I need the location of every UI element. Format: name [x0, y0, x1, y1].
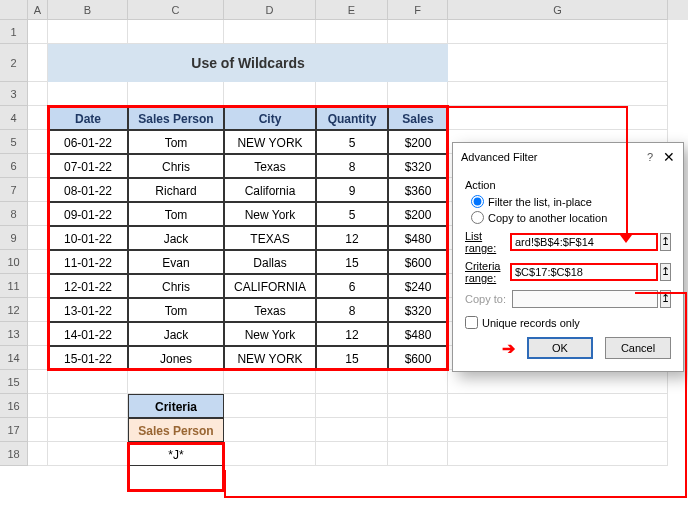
col-header-E[interactable]: E — [316, 0, 388, 20]
table-header-city: City — [224, 106, 316, 130]
connector-line — [224, 496, 687, 498]
cancel-button[interactable]: Cancel — [605, 337, 671, 359]
table-header-date: Date — [48, 106, 128, 130]
close-icon[interactable]: ✕ — [663, 149, 675, 165]
row-header-7[interactable]: 7 — [0, 178, 28, 202]
radio-copy-location-input[interactable] — [471, 211, 484, 224]
list-range-input[interactable] — [510, 233, 658, 251]
criteria-label: Criteria — [128, 394, 224, 418]
row-header-5[interactable]: 5 — [0, 130, 28, 154]
help-icon[interactable]: ? — [647, 151, 653, 163]
column-headers: A B C D E F G — [0, 0, 688, 20]
ok-button[interactable]: OK — [527, 337, 593, 359]
row-header-13[interactable]: 13 — [0, 322, 28, 346]
radio-filter-inplace[interactable]: Filter the list, in-place — [471, 195, 671, 208]
row-header-16[interactable]: 16 — [0, 394, 28, 418]
advanced-filter-dialog: Advanced Filter ? ✕ Action Filter the li… — [452, 142, 684, 372]
col-header-D[interactable]: D — [224, 0, 316, 20]
connector-line — [224, 470, 226, 496]
unique-records-checkbox[interactable]: Unique records only — [465, 316, 671, 329]
criteria-range-picker-icon[interactable]: ↥ — [660, 263, 671, 281]
row-header-15[interactable]: 15 — [0, 370, 28, 394]
row-header-14[interactable]: 14 — [0, 346, 28, 370]
criteria-header: Sales Person — [128, 418, 224, 442]
list-range-picker-icon[interactable]: ↥ — [660, 233, 671, 251]
arrow-right-icon: ➔ — [502, 339, 515, 358]
row-header-9[interactable]: 9 — [0, 226, 28, 250]
col-header-A[interactable]: A — [28, 0, 48, 20]
row-header-2[interactable]: 2 — [0, 44, 28, 82]
criteria-range-label: Criteria range: — [465, 260, 510, 284]
action-group-label: Action — [465, 179, 671, 191]
sheet-title: Use of Wildcards — [48, 44, 448, 82]
row-header-3[interactable]: 3 — [0, 82, 28, 106]
unique-records-input[interactable] — [465, 316, 478, 329]
radio-copy-location[interactable]: Copy to another location — [471, 211, 671, 224]
col-header-C[interactable]: C — [128, 0, 224, 20]
row-header-4[interactable]: 4 — [0, 106, 28, 130]
row-header-11[interactable]: 11 — [0, 274, 28, 298]
table-header-sales: Sales — [388, 106, 448, 130]
table-header-quantity: Quantity — [316, 106, 388, 130]
row-header-1[interactable]: 1 — [0, 20, 28, 44]
col-header-F[interactable]: F — [388, 0, 448, 20]
copy-to-picker-icon[interactable]: ↥ — [660, 290, 671, 308]
copy-to-input — [512, 290, 658, 308]
radio-filter-inplace-input[interactable] — [471, 195, 484, 208]
row-header-17[interactable]: 17 — [0, 418, 28, 442]
copy-to-label: Copy to: — [465, 293, 512, 305]
table-header-salesperson: Sales Person — [128, 106, 224, 130]
row-header-18[interactable]: 18 — [0, 442, 28, 466]
criteria-value-cell[interactable]: *J* — [128, 442, 224, 466]
dialog-title: Advanced Filter — [461, 151, 647, 163]
row-header-10[interactable]: 10 — [0, 250, 28, 274]
col-header-G[interactable]: G — [448, 0, 668, 20]
criteria-range-input[interactable] — [510, 263, 658, 281]
col-header-B[interactable]: B — [48, 0, 128, 20]
row-header-6[interactable]: 6 — [0, 154, 28, 178]
select-all-corner[interactable] — [0, 0, 28, 20]
row-headers: 1 2 3 4 5 6 7 8 9 10 11 12 13 14 15 16 1… — [0, 20, 28, 466]
row-header-12[interactable]: 12 — [0, 298, 28, 322]
row-header-8[interactable]: 8 — [0, 202, 28, 226]
list-range-label: List range: — [465, 230, 510, 254]
